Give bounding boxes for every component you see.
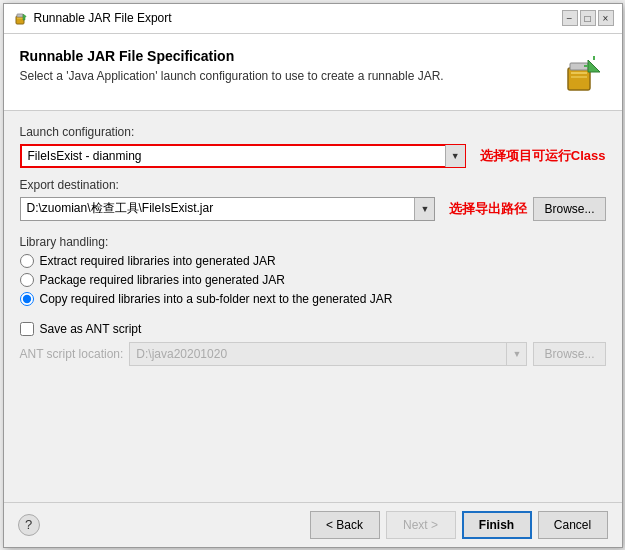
ant-script-combo-wrapper: ▼ <box>129 342 527 366</box>
export-browse-button[interactable]: Browse... <box>533 197 605 221</box>
library-radio-2[interactable] <box>20 273 34 287</box>
svg-rect-8 <box>571 76 587 78</box>
launch-config-input[interactable] <box>20 144 466 168</box>
svg-rect-2 <box>17 18 23 19</box>
jar-export-icon <box>558 50 604 96</box>
launch-config-combo-wrapper: ▼ <box>20 144 466 168</box>
library-handling-options: Extract required libraries into generate… <box>20 254 606 306</box>
launch-config-label: Launch configuration: <box>20 125 606 139</box>
library-option-3[interactable]: Copy required libraries into a sub-folde… <box>20 292 606 306</box>
library-option-3-label: Copy required libraries into a sub-folde… <box>40 292 393 306</box>
svg-rect-1 <box>17 14 23 17</box>
library-option-2[interactable]: Package required libraries into generate… <box>20 273 606 287</box>
ant-script-label: ANT script location: <box>20 347 124 361</box>
launch-config-row: ▼ 选择项目可运行Class <box>20 144 606 168</box>
main-window: Runnable JAR File Export − □ × Runnable … <box>3 3 623 548</box>
library-option-1-label: Extract required libraries into generate… <box>40 254 276 268</box>
ant-script-dropdown-arrow: ▼ <box>506 343 526 365</box>
launch-config-dropdown-arrow[interactable]: ▼ <box>445 145 465 167</box>
launch-config-group: Launch configuration: ▼ 选择项目可运行Class <box>20 125 606 168</box>
minimize-button[interactable]: − <box>562 10 578 26</box>
header-title: Runnable JAR File Specification <box>20 48 556 64</box>
export-dest-combo-wrapper: ▼ <box>20 197 436 221</box>
maximize-button[interactable]: □ <box>580 10 596 26</box>
header-text: Runnable JAR File Specification Select a… <box>20 48 556 83</box>
footer-left: ? <box>18 514 40 536</box>
library-option-1[interactable]: Extract required libraries into generate… <box>20 254 606 268</box>
finish-button[interactable]: Finish <box>462 511 532 539</box>
title-bar-controls: − □ × <box>562 10 614 26</box>
library-handling-label: Library handling: <box>20 235 606 249</box>
export-dest-row: ▼ 选择导出路径 Browse... <box>20 197 606 221</box>
window-title: Runnable JAR File Export <box>34 11 172 25</box>
title-bar: Runnable JAR File Export − □ × <box>4 4 622 34</box>
library-radio-3[interactable] <box>20 292 34 306</box>
cancel-button[interactable]: Cancel <box>538 511 608 539</box>
launch-config-annotation: 选择项目可运行Class <box>480 147 606 165</box>
save-ant-label: Save as ANT script <box>40 322 142 336</box>
ant-script-browse-button: Browse... <box>533 342 605 366</box>
library-option-2-label: Package required libraries into generate… <box>40 273 285 287</box>
svg-marker-9 <box>588 60 600 72</box>
back-button[interactable]: < Back <box>310 511 380 539</box>
export-dest-input[interactable] <box>20 197 436 221</box>
library-radio-1[interactable] <box>20 254 34 268</box>
next-button: Next > <box>386 511 456 539</box>
body-section: Launch configuration: ▼ 选择项目可运行Class Exp… <box>4 111 622 502</box>
close-button[interactable]: × <box>598 10 614 26</box>
header-icon-area <box>556 48 606 98</box>
footer-section: ? < Back Next > Finish Cancel <box>4 502 622 547</box>
library-handling-group: Library handling: Extract required libra… <box>20 231 606 306</box>
ant-script-row: ANT script location: ▼ Browse... <box>20 342 606 366</box>
export-dest-group: Export destination: ▼ 选择导出路径 Browse... <box>20 178 606 221</box>
title-bar-left: Runnable JAR File Export <box>12 10 172 26</box>
save-ant-checkbox-label[interactable]: Save as ANT script <box>20 322 606 336</box>
save-ant-checkbox[interactable] <box>20 322 34 336</box>
export-dest-label: Export destination: <box>20 178 606 192</box>
svg-rect-5 <box>568 68 590 90</box>
header-subtitle: Select a 'Java Application' launch confi… <box>20 69 556 83</box>
footer-right: < Back Next > Finish Cancel <box>310 511 608 539</box>
export-dest-dropdown-arrow[interactable]: ▼ <box>414 198 434 220</box>
jar-title-icon <box>12 10 28 26</box>
export-dest-annotation: 选择导出路径 <box>449 200 527 218</box>
svg-rect-7 <box>571 72 587 74</box>
ant-script-input <box>129 342 527 366</box>
help-button[interactable]: ? <box>18 514 40 536</box>
header-section: Runnable JAR File Specification Select a… <box>4 34 622 111</box>
save-ant-section: Save as ANT script ANT script location: … <box>20 316 606 366</box>
